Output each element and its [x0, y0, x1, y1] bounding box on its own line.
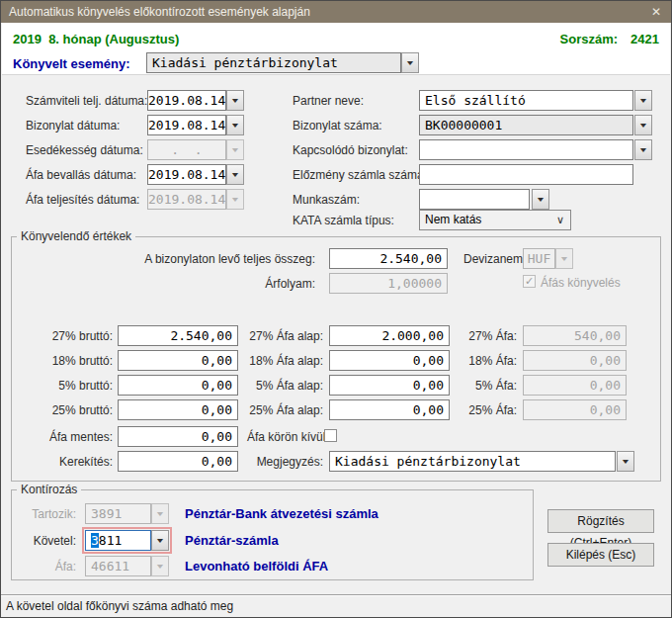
serial-number: Sorszám: 2421 — [560, 32, 659, 46]
vat-account-combobox: 46611 — [85, 556, 151, 576]
debit-account-name: Pénztár-Bank átvezetési számla — [185, 506, 378, 521]
note-dropdown-button[interactable]: ▼ — [617, 451, 634, 472]
values-groupbox-title: Könyvelendő értékek — [17, 229, 135, 243]
vat-declaration-date-label: Áfa bevallás dátuma: — [26, 168, 136, 182]
status-bar: A követel oldal főkönyvi száma adható me… — [1, 594, 671, 617]
dropdown-arrow-icon: ▼ — [398, 53, 422, 72]
total-amount-input[interactable]: 2.540,00 — [329, 248, 448, 269]
outside-vat-checkbox[interactable] — [324, 429, 337, 442]
titlebar: Automatikus könyvelés előkontírozott ese… — [1, 1, 671, 23]
exit-button[interactable]: Kilépés (Esc) — [547, 543, 654, 567]
note-label: Megjegyzés: — [238, 455, 323, 469]
dropdown-arrow-icon: ▼ — [148, 531, 172, 550]
accounting-date-dropdown-button[interactable]: ▼ — [226, 90, 244, 111]
checkmark-icon: ✓ — [524, 276, 535, 287]
gross-18-label: 18% bruttó: — [21, 354, 113, 368]
vat-base-18-label: 18% Áfa alap: — [179, 354, 323, 368]
prior-invoice-number-label: Előzmény számla száma: — [293, 168, 427, 182]
dropdown-arrow-icon: ▼ — [223, 91, 247, 110]
debit-label: Tartozik: — [11, 507, 76, 521]
work-number-label: Munkaszám: — [293, 193, 360, 207]
dropdown-arrow-icon: ▼ — [148, 557, 172, 575]
rounding-label: Kerekítés: — [21, 455, 113, 469]
posting-groupbox-title: Kontírozás — [17, 483, 81, 496]
note-combobox[interactable]: Kiadási pénztárbizonylat — [329, 451, 616, 472]
vat-declaration-date-dropdown-button[interactable]: ▼ — [226, 164, 244, 185]
vat-5-input: 0,00 — [523, 375, 627, 396]
close-icon[interactable]: ✕ — [641, 1, 671, 23]
due-date-input: . . — [147, 139, 226, 160]
credit-account-dropdown-button[interactable]: ▼ — [151, 530, 169, 551]
document-date-dropdown-button[interactable]: ▼ — [226, 115, 244, 135]
vat-free-label: Áfa mentes: — [21, 430, 113, 444]
work-number-input[interactable] — [419, 189, 530, 210]
exchange-rate-input: 1,00000 — [329, 273, 448, 294]
due-date-dropdown-button: ▼ — [226, 139, 244, 160]
dropdown-arrow-icon: ▼ — [631, 116, 655, 134]
dropdown-arrow-icon: ▼ — [223, 140, 247, 159]
dropdown-arrow-icon: ▼ — [614, 452, 637, 471]
exchange-rate-label: Árfolyam: — [100, 277, 315, 291]
rounding-input[interactable]: 0,00 — [118, 451, 238, 472]
accounting-date-input[interactable]: 2019.08.14 — [147, 90, 226, 111]
partner-name-dropdown-button[interactable]: ▼ — [634, 90, 652, 111]
dropdown-arrow-icon: ▼ — [529, 190, 552, 209]
partner-name-label: Partner neve: — [293, 94, 364, 108]
vat-booking-checkbox: ✓ — [523, 275, 536, 288]
accounting-date-label: Számviteli telj. dátuma: — [26, 94, 147, 108]
due-date-label: Esedékesség dátuma: — [26, 143, 143, 157]
prior-invoice-number-input[interactable] — [419, 164, 633, 185]
vat-fulfillment-date-label: Áfa teljesítés dátuma: — [26, 193, 139, 207]
credit-account-name: Pénztár-számla — [185, 533, 279, 548]
credit-account-combobox[interactable]: 3811 — [85, 530, 151, 551]
document-date-label: Bizonylat dátuma: — [26, 119, 120, 132]
vat-account-dropdown-button: ▼ — [151, 556, 169, 576]
kata-invoice-type-label: KATA számla típus: — [293, 214, 394, 227]
related-document-dropdown-button[interactable]: ▼ — [634, 139, 652, 160]
vat-free-input[interactable]: 0,00 — [118, 426, 238, 447]
document-number-dropdown-button[interactable]: ▼ — [634, 115, 652, 135]
kata-invoice-type-value: Nem katás — [425, 213, 481, 226]
work-number-dropdown-button[interactable]: ▼ — [532, 189, 549, 210]
vat-base-5-label: 5% Áfa alap: — [179, 379, 323, 393]
dropdown-arrow-icon: ▼ — [223, 116, 247, 134]
currency-select: HUF — [523, 248, 555, 269]
document-date-input[interactable]: 2019.08.14 — [147, 115, 226, 135]
vat-base-25-label: 25% Áfa alap: — [179, 403, 323, 417]
serial-value: 2421 — [630, 32, 659, 46]
vat-18-input: 0,00 — [523, 350, 627, 371]
gross-25-label: 25% bruttó: — [21, 403, 113, 417]
status-text: A követel oldal főkönyvi száma adható me… — [6, 599, 233, 613]
kata-invoice-type-select[interactable]: Nem katás ∨ — [419, 210, 571, 230]
vat-declaration-date-input[interactable]: 2019.08.14 — [147, 164, 226, 185]
document-number-input[interactable]: BK00000001 — [419, 115, 633, 135]
gross-27-label: 27% bruttó: — [21, 329, 113, 343]
related-document-input[interactable] — [419, 139, 633, 160]
currency-dropdown-button: ▼ — [555, 248, 573, 269]
vat-fulfillment-date-input: 2019.08.14 — [147, 189, 226, 210]
outside-vat-label: Áfa körön kívüli: — [247, 430, 331, 444]
save-button[interactable]: Rögzítés (Ctrl+Enter) — [547, 509, 654, 533]
total-amount-label: A bizonylaton levő teljes összeg: — [100, 252, 315, 266]
vat-27-label: 27% Áfa: — [416, 329, 517, 343]
vat-5-label: 5% Áfa: — [416, 379, 517, 393]
vat-base-27-label: 27% Áfa alap: — [179, 329, 323, 343]
event-dropdown-button[interactable]: ▼ — [401, 52, 419, 73]
gross-5-label: 5% bruttó: — [21, 379, 113, 393]
dropdown-arrow-icon: ▼ — [223, 165, 247, 184]
dropdown-arrow-icon: ▼ — [631, 91, 655, 110]
event-combobox[interactable]: Kiadási pénztárbizonylat — [146, 52, 401, 73]
credit-label: Követel: — [11, 534, 76, 548]
window-title: Automatikus könyvelés előkontírozott ese… — [9, 5, 310, 19]
dropdown-arrow-icon: ▼ — [148, 504, 172, 523]
chevron-down-icon: ∨ — [556, 211, 564, 228]
dialog-window: Automatikus könyvelés előkontírozott ese… — [0, 0, 672, 618]
dropdown-arrow-icon: ▼ — [223, 190, 247, 209]
event-label: Könyvelt esemény: — [13, 56, 130, 71]
vat-fulfillment-date-dropdown-button: ▼ — [226, 189, 244, 210]
vat-25-label: 25% Áfa: — [416, 403, 517, 417]
vat-account-name: Levonható belföldi ÁFA — [185, 559, 328, 574]
vat-27-input: 540,00 — [523, 325, 627, 346]
partner-name-input[interactable]: Első szállító — [419, 90, 633, 111]
debit-account-combobox: 3891 — [85, 503, 151, 524]
